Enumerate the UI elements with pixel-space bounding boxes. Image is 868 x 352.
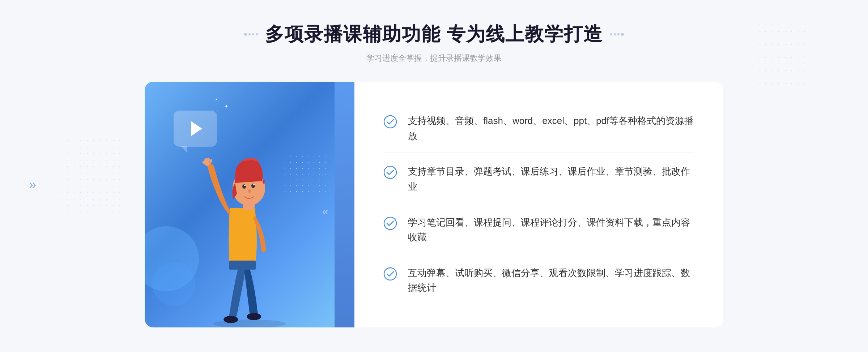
star-decoration-1: ✦	[224, 103, 229, 109]
header-dot	[614, 33, 616, 35]
feature-item-1: 支持视频、音频、flash、word、excel、ppt、pdf等各种格式的资源…	[383, 105, 694, 153]
sub-title: 学习进度全掌握，提升录播课教学效果	[244, 53, 624, 64]
main-title: 多项录播课辅助功能 专为线上教学打造	[265, 22, 603, 47]
svg-rect-3	[229, 261, 256, 270]
header-decoration: 多项录播课辅助功能 专为线上教学打造	[244, 22, 624, 47]
header-dot	[617, 33, 620, 35]
feature-item-4: 互动弹幕、试听购买、微信分享、观看次数限制、学习进度跟踪、数据统计	[383, 257, 694, 304]
star-decoration-2: ✦	[215, 98, 218, 101]
page-container: » 多项录播课辅助功能 专为线上教学打造 学习进度全掌握，提升录播课教学效果	[0, 0, 868, 352]
svg-point-11	[384, 166, 396, 179]
header-dot	[256, 33, 258, 35]
header-dot	[252, 33, 254, 35]
illus-stripe	[335, 82, 354, 327]
chevron-decoration-left: »	[29, 177, 33, 192]
features-panel: 支持视频、音频、flash、word、excel、ppt、pdf等各种格式的资源…	[354, 82, 723, 327]
feature-text-2: 支持章节目录、弹题考试、课后练习、课后作业、章节测验、批改作业	[408, 164, 694, 194]
check-icon-3	[383, 216, 397, 230]
svg-point-9	[253, 184, 255, 185]
check-icon-1	[383, 115, 397, 129]
header-section: 多项录播课辅助功能 专为线上教学打造 学习进度全掌握，提升录播课教学效果	[244, 22, 624, 64]
header-dots-left	[244, 33, 258, 36]
svg-point-12	[384, 217, 396, 229]
main-content: ✦ ✦ · «	[145, 82, 723, 327]
header-dot	[610, 33, 612, 35]
feature-item-3: 学习笔记回看、课程提问、课程评论打分、课件资料下载，重点内容收藏	[383, 206, 694, 254]
illustration-area: ✦ ✦ · «	[145, 82, 354, 327]
header-dots-right	[610, 33, 624, 36]
feature-text-1: 支持视频、音频、flash、word、excel、ppt、pdf等各种格式的资源…	[408, 113, 694, 143]
check-icon-2	[383, 166, 397, 179]
header-dot	[244, 33, 247, 36]
svg-point-2	[247, 313, 261, 320]
check-icon-4	[383, 267, 397, 281]
svg-point-10	[384, 116, 396, 128]
svg-point-1	[224, 316, 238, 323]
feature-text-4: 互动弹幕、试听购买、微信分享、观看次数限制、学习进度跟踪、数据统计	[408, 266, 694, 296]
dot-pattern-left	[58, 137, 123, 217]
feature-text-3: 学习笔记回看、课程提问、课程评论打分、课件资料下载，重点内容收藏	[408, 215, 694, 245]
header-dot	[248, 33, 251, 35]
person-illustration	[188, 111, 311, 327]
illus-chevrons: «	[322, 205, 326, 218]
feature-item-2: 支持章节目录、弹题考试、课后练习、课后作业、章节测验、批改作业	[383, 155, 694, 203]
header-dot	[621, 33, 624, 36]
svg-point-13	[384, 268, 396, 280]
dot-pattern-right	[756, 22, 810, 87]
svg-point-8	[244, 185, 246, 186]
